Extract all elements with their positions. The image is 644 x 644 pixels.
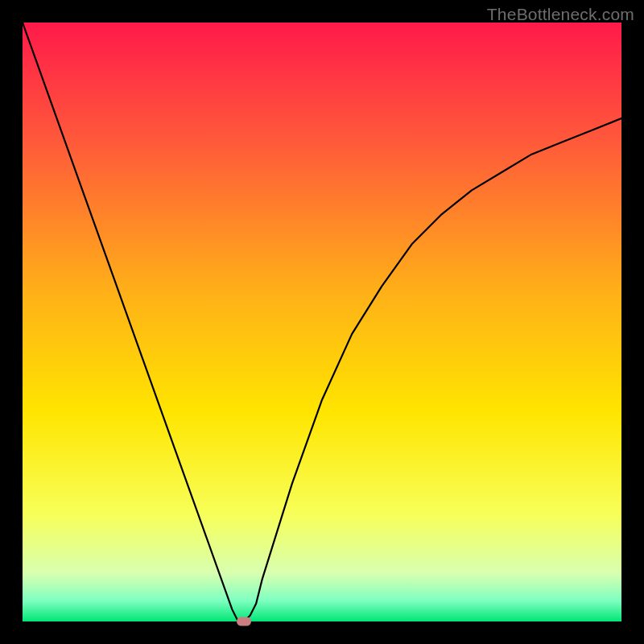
chart-frame: TheBottleneck.com <box>0 0 644 644</box>
chart-background <box>23 23 621 621</box>
watermark-text: TheBottleneck.com <box>487 5 634 24</box>
bottleneck-chart <box>23 23 621 621</box>
optimal-point-marker <box>237 617 251 626</box>
